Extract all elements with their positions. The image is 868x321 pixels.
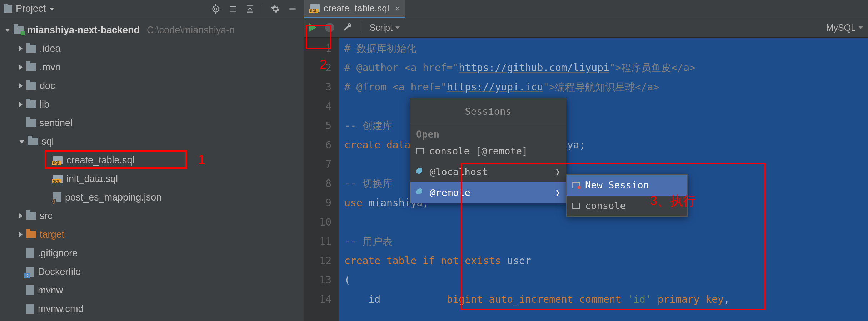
db-label: MySQL [826, 23, 856, 33]
folder-icon [28, 138, 38, 145]
annotation-box-3 [461, 163, 766, 310]
file-icon [26, 304, 34, 314]
tree-item-post-es-mapping-json[interactable]: post_es_mapping.json [0, 188, 304, 207]
tree-item-label: mvnw.cmd [38, 303, 84, 315]
tab-filename: create_table.sql [324, 3, 389, 14]
tree-item-mvnw-cmd[interactable]: mvnw.cmd [0, 300, 304, 318]
tree-item-label: .idea [40, 43, 61, 54]
docker-file-icon [26, 267, 34, 277]
popup-heading: Open [410, 125, 566, 141]
chevron-right-icon[interactable] [19, 232, 23, 237]
tree-item-label: lib [40, 99, 49, 110]
popup-title: Sessions [410, 98, 566, 125]
target-icon[interactable] [211, 4, 220, 14]
expand-all-icon[interactable] [228, 4, 238, 14]
mysql-icon [416, 168, 425, 176]
chevron-down-icon [395, 26, 400, 29]
script-label: Script [370, 23, 393, 33]
project-tree[interactable]: mianshiya-next-backend C:\code\mianshiya… [0, 18, 304, 321]
mysql-icon [416, 188, 425, 197]
console-icon [416, 148, 424, 154]
chevron-right-icon[interactable] [19, 65, 23, 70]
title-bar: Project create_table.sql × [0, 0, 868, 18]
chevron-right-icon[interactable] [19, 213, 23, 218]
sql-file-icon [53, 175, 63, 183]
line-number: 6 [304, 135, 331, 155]
tree-item-label: post_es_mapping.json [65, 192, 161, 203]
line-number: 7 [304, 155, 331, 174]
tree-root[interactable]: mianshiya-next-backend C:\code\mianshiya… [0, 21, 304, 39]
file-icon [26, 248, 34, 258]
tree-item-init-data-sql[interactable]: init_data.sql [0, 169, 304, 188]
collapse-all-icon[interactable] [245, 4, 255, 14]
chevron-right-icon[interactable] [19, 102, 23, 107]
line-number: 13 [304, 271, 331, 290]
line-number: 9 [304, 193, 331, 213]
annotation-box-1 [45, 150, 187, 169]
settings-gear-icon[interactable] [271, 4, 280, 14]
folder-icon [26, 82, 36, 90]
gutter: 1234567891011121314 [304, 38, 339, 321]
chevron-right-icon[interactable] [19, 83, 23, 88]
chevron-right-icon[interactable] [19, 46, 23, 51]
annotation-1: 1 [198, 152, 205, 167]
line-number: 2 [304, 58, 331, 78]
code-line[interactable]: # @from <a href="https://yupi.icu">编程导航知… [344, 78, 868, 97]
line-number: 12 [304, 251, 331, 271]
tree-item-label: src [40, 211, 53, 222]
folder-icon [26, 100, 36, 108]
line-number: 5 [304, 116, 331, 135]
chevron-down-icon [859, 26, 863, 29]
tree-item-lib[interactable]: lib [0, 95, 304, 114]
folder-icon [26, 63, 36, 71]
tree-item--idea[interactable]: .idea [0, 39, 304, 58]
folder-icon [26, 45, 36, 53]
wrench-icon[interactable] [343, 23, 352, 32]
editor-tab[interactable]: create_table.sql × [304, 0, 405, 18]
line-number: 10 [304, 213, 331, 232]
tree-item-target[interactable]: target [0, 225, 304, 244]
annotation-box-2 [306, 25, 331, 49]
session-label: console [@remote] [429, 142, 528, 161]
tree-item-sentinel[interactable]: sentinel [0, 114, 304, 132]
tree-item-doc[interactable]: doc [0, 76, 304, 95]
module-folder-icon [14, 26, 24, 34]
session-item[interactable]: console [@remote] [410, 141, 566, 162]
tree-item-sql[interactable]: sql [0, 132, 304, 151]
project-label[interactable]: Project [16, 3, 46, 14]
json-file-icon [53, 192, 61, 202]
tree-item--gitignore[interactable]: .gitignore [0, 244, 304, 262]
line-number: 8 [304, 174, 331, 193]
folder-icon [26, 231, 36, 238]
svg-point-1 [215, 8, 217, 10]
code-line[interactable]: # @author <a href="https://github.com/li… [344, 58, 868, 78]
folder-icon [26, 119, 36, 127]
tree-item-label: .gitignore [38, 248, 78, 259]
tree-item-label: target [40, 229, 64, 240]
line-number: 4 [304, 97, 331, 116]
tree-item-mvnw[interactable]: mvnw [0, 281, 304, 300]
editor-toolbar: Script MySQL [304, 18, 868, 38]
code-line[interactable]: # 数据库初始化 [344, 39, 868, 58]
chevron-down-icon[interactable] [5, 29, 10, 32]
project-icon [4, 5, 12, 13]
tree-item-src[interactable]: src [0, 207, 304, 225]
chevron-down-icon[interactable] [19, 140, 24, 143]
svg-point-0 [213, 6, 219, 12]
line-number: 11 [304, 232, 331, 251]
tree-item--mvn[interactable]: .mvn [0, 58, 304, 76]
file-icon [26, 285, 34, 295]
project-dropdown-icon[interactable] [49, 8, 54, 10]
tree-item-label: sql [41, 136, 54, 147]
annotation-3: 3、执行 [650, 192, 696, 210]
minimize-icon[interactable] [288, 4, 297, 14]
script-dropdown[interactable]: Script [370, 23, 400, 33]
tree-item-label: doc [40, 80, 55, 92]
line-number: 3 [304, 78, 331, 97]
db-indicator[interactable]: MySQL [826, 23, 863, 33]
tree-item-label: sentinel [39, 118, 73, 129]
tree-item-dockerfile[interactable]: Dockerfile [0, 262, 304, 281]
folder-icon [26, 212, 36, 220]
close-tab-icon[interactable]: × [393, 4, 400, 13]
annotation-2: 2 [320, 57, 327, 72]
